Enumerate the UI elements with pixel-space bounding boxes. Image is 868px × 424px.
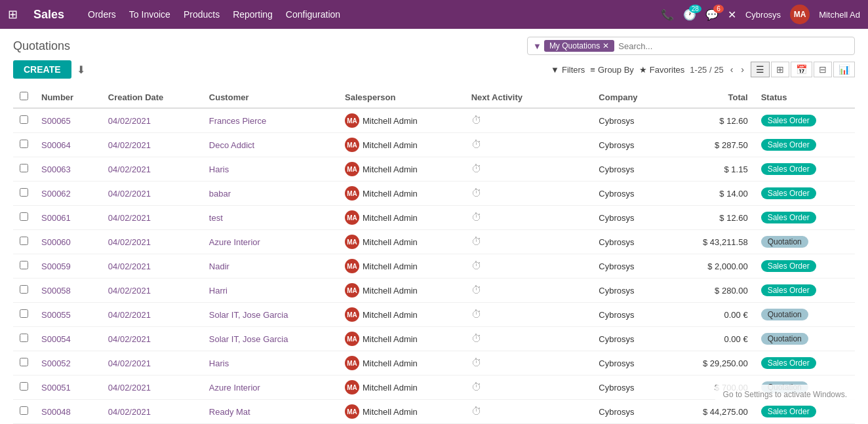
cell-number[interactable]: S00064: [35, 133, 102, 157]
filter-chip-close[interactable]: ✕: [602, 41, 609, 50]
cell-customer[interactable]: Nadir: [203, 254, 338, 279]
cell-customer[interactable]: Solar IT, Jose Garcia: [203, 327, 338, 351]
cell-total: $ 280.00: [669, 279, 755, 303]
row-checkbox[interactable]: [20, 164, 28, 172]
cell-customer[interactable]: Ready Mat: [203, 400, 338, 424]
user-avatar[interactable]: MA: [790, 5, 810, 24]
col-salesperson[interactable]: Salesperson: [338, 87, 465, 108]
nav-reporting[interactable]: Reporting: [233, 9, 273, 20]
cell-customer[interactable]: test: [203, 206, 338, 230]
cell-number[interactable]: S00051: [35, 376, 102, 400]
col-customer[interactable]: Customer: [203, 87, 338, 108]
col-status[interactable]: Status: [755, 87, 855, 108]
table-row[interactable]: S00059 04/02/2021 Nadir MA Mitchell Admi…: [13, 254, 855, 279]
group-by-button[interactable]: ≡ Group By: [590, 65, 634, 75]
cell-customer[interactable]: Azure Interior: [203, 230, 338, 254]
table-row[interactable]: S00062 04/02/2021 babar MA Mitchell Admi…: [13, 182, 855, 206]
search-input[interactable]: [618, 41, 849, 51]
pivot-view-button[interactable]: ⊟: [814, 62, 832, 77]
row-checkbox[interactable]: [20, 309, 28, 318]
list-view-button[interactable]: ☰: [751, 62, 770, 77]
table-row[interactable]: S00063 04/02/2021 Haris MA Mitchell Admi…: [13, 157, 855, 182]
create-button[interactable]: CREATE: [13, 60, 71, 79]
favorites-button[interactable]: ★ Favorites: [639, 65, 684, 75]
row-checkbox[interactable]: [20, 212, 28, 221]
col-number[interactable]: Number: [35, 87, 102, 108]
clock-icon[interactable]: 🕐 28: [683, 9, 696, 21]
row-checkbox[interactable]: [20, 285, 28, 294]
col-company[interactable]: Company: [592, 87, 669, 108]
nav-products[interactable]: Products: [184, 9, 220, 20]
close-icon[interactable]: ✕: [728, 9, 736, 21]
status-badge: Sales Order: [761, 260, 816, 272]
nav-configuration[interactable]: Configuration: [286, 9, 340, 20]
cell-company: Cybrosys: [592, 351, 669, 376]
graph-view-button[interactable]: 📊: [833, 62, 855, 77]
cell-number[interactable]: S00062: [35, 182, 102, 206]
row-checkbox[interactable]: [20, 237, 28, 245]
table-row[interactable]: S00058 04/02/2021 Harri MA Mitchell Admi…: [13, 279, 855, 303]
filters-button[interactable]: ▼ Filters: [551, 65, 585, 75]
download-button[interactable]: ⬇: [77, 64, 85, 76]
table-row[interactable]: S00048 04/02/2021 Ready Mat MA Mitchell …: [13, 400, 855, 424]
phone-icon[interactable]: 📞: [661, 9, 674, 21]
col-total[interactable]: Total: [669, 87, 755, 108]
table-row[interactable]: S00061 04/02/2021 test MA Mitchell Admin…: [13, 206, 855, 230]
cell-status: Sales Order: [755, 351, 855, 376]
cell-customer[interactable]: Haris: [203, 351, 338, 376]
cell-company: Cybrosys: [592, 133, 669, 157]
cell-number[interactable]: S00058: [35, 279, 102, 303]
cell-number[interactable]: S00061: [35, 206, 102, 230]
row-checkbox-cell: [13, 157, 35, 182]
cell-number[interactable]: S00054: [35, 327, 102, 351]
table-row[interactable]: S00060 04/02/2021 Azure Interior MA Mitc…: [13, 230, 855, 254]
message-icon[interactable]: 💬 6: [705, 9, 719, 21]
activity-clock-icon: ⏱: [471, 163, 482, 174]
cell-number[interactable]: S00048: [35, 400, 102, 424]
calendar-view-button[interactable]: 📅: [791, 62, 812, 77]
row-checkbox[interactable]: [20, 334, 28, 342]
cell-customer[interactable]: Azure Interior: [203, 376, 338, 400]
select-all-header: [13, 87, 35, 108]
row-checkbox[interactable]: [20, 140, 28, 148]
table-row[interactable]: S00051 04/02/2021 Azure Interior MA Mitc…: [13, 376, 855, 400]
table-row[interactable]: S00055 04/02/2021 Solar IT, Jose Garcia …: [13, 303, 855, 327]
select-all-checkbox[interactable]: [20, 92, 28, 100]
cell-number[interactable]: S00055: [35, 303, 102, 327]
cell-number[interactable]: S00063: [35, 157, 102, 182]
cell-next-activity: ⏱: [465, 133, 593, 157]
kanban-view-button[interactable]: ⊞: [771, 62, 789, 77]
row-checkbox[interactable]: [20, 188, 28, 197]
nav-orders[interactable]: Orders: [88, 9, 116, 20]
table-row[interactable]: S00052 04/02/2021 Haris MA Mitchell Admi…: [13, 351, 855, 376]
cell-customer[interactable]: Solar IT, Jose Garcia: [203, 303, 338, 327]
cell-customer[interactable]: Harri: [203, 279, 338, 303]
table-header: Number Creation Date Customer Salesperso…: [13, 87, 855, 108]
cell-customer[interactable]: babar: [203, 182, 338, 206]
row-checkbox[interactable]: [20, 261, 28, 269]
col-creation-date[interactable]: Creation Date: [102, 87, 203, 108]
cell-customer[interactable]: Frances Pierce: [203, 108, 338, 133]
row-checkbox[interactable]: [20, 406, 28, 415]
nav-to-invoice[interactable]: To Invoice: [129, 9, 170, 20]
cell-customer[interactable]: Haris: [203, 157, 338, 182]
table-row[interactable]: S00054 04/02/2021 Solar IT, Jose Garcia …: [13, 327, 855, 351]
cell-customer[interactable]: Deco Addict: [203, 133, 338, 157]
apps-icon[interactable]: ⊞: [8, 7, 18, 22]
cell-number[interactable]: S00052: [35, 351, 102, 376]
cell-number[interactable]: S00065: [35, 108, 102, 133]
col-next-activity[interactable]: Next Activity: [465, 87, 593, 108]
cell-total: $ 12.60: [669, 206, 755, 230]
cell-number[interactable]: S00059: [35, 254, 102, 279]
activity-clock-icon: ⏱: [471, 357, 482, 368]
row-checkbox[interactable]: [20, 115, 28, 124]
next-page-button[interactable]: ›: [740, 64, 745, 75]
table-row[interactable]: S00065 04/02/2021 Frances Pierce MA Mitc…: [13, 108, 855, 133]
prev-page-button[interactable]: ‹: [729, 64, 735, 75]
row-checkbox[interactable]: [20, 382, 28, 391]
table-row[interactable]: S00064 04/02/2021 Deco Addict MA Mitchel…: [13, 133, 855, 157]
cell-number[interactable]: S00060: [35, 230, 102, 254]
filters-label: Filters: [562, 65, 585, 75]
cell-salesperson: MA Mitchell Admin: [338, 376, 465, 400]
row-checkbox[interactable]: [20, 358, 28, 366]
